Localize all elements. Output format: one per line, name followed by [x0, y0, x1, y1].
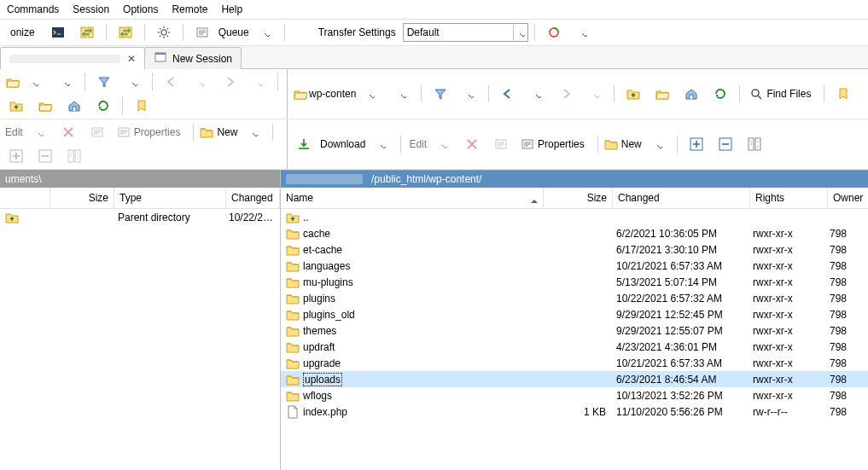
col-rights[interactable]: Rights: [750, 188, 828, 208]
properties-button[interactable]: Properties: [517, 134, 591, 154]
list-item[interactable]: uploads6/23/2021 8:46:54 AMrwxr-xr-x798: [281, 371, 868, 387]
list-item[interactable]: wflogs10/13/2021 3:52:26 PMrwxr-xr-x798: [281, 387, 868, 403]
cell-name: languages: [281, 259, 543, 273]
close-icon[interactable]: ✕: [127, 53, 136, 65]
chevron-down-icon[interactable]: [645, 134, 671, 154]
gear-icon[interactable]: [151, 22, 177, 43]
chevron-down-icon[interactable]: [53, 72, 79, 92]
chevron-down-icon: [582, 84, 608, 104]
local-path-bar[interactable]: uments\: [0, 170, 280, 188]
chevron-down-icon[interactable]: [253, 22, 278, 43]
list-item[interactable]: mu-plugins5/13/2021 5:07:14 PMrwxr-xr-x7…: [281, 274, 868, 290]
list-item[interactable]: ..: [281, 209, 868, 225]
menu-options[interactable]: Options: [121, 2, 160, 17]
list-item[interactable]: updraft4/23/2021 4:36:01 PMrwxr-xr-x798: [281, 339, 868, 355]
diff-icon[interactable]: [742, 134, 767, 154]
terminal-icon[interactable]: [45, 22, 71, 43]
cell-rights: rwxr-xr-x: [748, 309, 824, 321]
refresh-icon[interactable]: [708, 84, 733, 104]
remote-folder-combo[interactable]: wp-conten: [291, 84, 386, 104]
find-files-button[interactable]: Find Files: [746, 84, 818, 104]
list-item[interactable]: cache6/2/2021 10:36:05 PMrwxr-xr-x798: [281, 225, 868, 241]
cell-changed: 10/22/2021 6:57:32 AM: [611, 293, 748, 305]
transfer-settings-label: Transfer Settings: [315, 26, 399, 38]
newsession-icon: [154, 50, 167, 67]
filter-icon[interactable]: [428, 84, 453, 104]
bookmark-icon[interactable]: [129, 96, 154, 116]
root-dir-icon[interactable]: [32, 96, 58, 116]
cell-name: ..: [281, 211, 543, 224]
remote-path-bar[interactable]: /public_html/wp-content/: [281, 170, 868, 188]
root-dir-icon[interactable]: [650, 84, 675, 104]
queue-button[interactable]: Queue: [189, 23, 278, 42]
cell-owner: 798: [824, 357, 868, 369]
col-owner[interactable]: Owner: [828, 188, 868, 208]
list-item[interactable]: themes9/29/2021 12:55:07 PMrwxr-xr-x798: [281, 322, 868, 339]
new-button[interactable]: New: [200, 123, 266, 142]
chevron-down-icon[interactable]: [513, 25, 527, 40]
list-item[interactable]: plugins_old9/29/2021 12:52:45 PMrwxr-xr-…: [281, 306, 868, 322]
list-item[interactable]: upgrade10/21/2021 6:57:33 AMrwxr-xr-x798: [281, 355, 868, 371]
menu-commands[interactable]: Commands: [5, 2, 61, 17]
parent-dir-icon[interactable]: [620, 84, 646, 104]
chevron-down-icon: [188, 72, 213, 92]
home-icon[interactable]: [679, 84, 704, 104]
synchronize-button[interactable]: onize: [3, 22, 42, 43]
parent-dir-icon[interactable]: [3, 96, 29, 116]
new-button[interactable]: New: [604, 135, 671, 154]
list-item[interactable]: languages10/21/2021 6:57:33 AMrwxr-xr-x7…: [281, 258, 868, 274]
chevron-down-icon[interactable]: [389, 84, 415, 104]
anim-icon[interactable]: [541, 22, 567, 43]
chevron-down-icon[interactable]: [524, 84, 550, 104]
col-type[interactable]: Type: [114, 188, 226, 208]
local-folder-combo[interactable]: [3, 72, 50, 92]
back-button[interactable]: [495, 84, 521, 104]
chevron-down-icon[interactable]: [120, 72, 146, 92]
transfer-settings-combo[interactable]: [403, 23, 528, 42]
list-item[interactable]: index.php1 KB11/10/2020 5:56:26 PMrw-r--…: [281, 403, 868, 420]
delete-icon: [459, 134, 485, 154]
refresh-icon[interactable]: [90, 96, 116, 116]
col-changed[interactable]: Changed: [613, 188, 750, 208]
remote-file-list[interactable]: ..cache6/2/2021 10:36:05 PMrwxr-xr-x798e…: [281, 209, 868, 470]
folder-icon: [286, 324, 300, 338]
chevron-down-icon[interactable]: [457, 84, 482, 104]
transfer-settings-icon[interactable]: [113, 22, 138, 43]
col-name[interactable]: [0, 188, 50, 208]
chevron-down-icon[interactable]: [369, 134, 394, 154]
download-button[interactable]: Download: [291, 135, 394, 154]
cell-name: themes: [281, 324, 543, 338]
list-item[interactable]: Parent directory10/22/2021 10:28: [0, 209, 280, 225]
select-none-icon[interactable]: [713, 134, 738, 154]
cell-name: mu-plugins: [281, 276, 543, 289]
list-item[interactable]: plugins10/22/2021 6:57:32 AMrwxr-xr-x798: [281, 290, 868, 306]
chevron-down-icon[interactable]: [358, 84, 383, 104]
cell-name: uploads: [281, 373, 543, 386]
chevron-down-icon[interactable]: [241, 122, 266, 142]
cell-rights: rwxr-xr-x: [748, 325, 824, 337]
col-name[interactable]: Name: [281, 188, 544, 208]
menu-help[interactable]: Help: [219, 2, 244, 17]
chevron-down-icon[interactable]: [21, 72, 47, 92]
filter-icon[interactable]: [91, 72, 117, 92]
menu-remote[interactable]: Remote: [170, 2, 209, 17]
cell-rights: rwxr-xr-x: [748, 341, 824, 353]
col-size[interactable]: Size: [544, 188, 613, 208]
col-size[interactable]: Size: [50, 188, 114, 208]
tab-new-session[interactable]: New Session: [144, 47, 242, 69]
home-icon[interactable]: [61, 96, 87, 116]
cell-changed: 10/13/2021 3:52:26 PM: [611, 390, 748, 402]
tab-session[interactable]: ✕: [0, 47, 145, 69]
bookmark-icon[interactable]: [830, 84, 856, 104]
cell-changed: 6/2/2021 10:36:05 PM: [611, 228, 748, 240]
chevron-down-icon[interactable]: [570, 22, 596, 43]
list-item[interactable]: et-cache6/17/2021 3:30:10 PMrwxr-xr-x798: [281, 241, 868, 258]
local-file-list[interactable]: Parent directory10/22/2021 10:28: [0, 209, 280, 470]
col-changed[interactable]: Changed: [226, 188, 280, 208]
cell-owner: 798: [824, 244, 868, 256]
sync-browse-icon[interactable]: [74, 22, 100, 43]
menu-session[interactable]: Session: [71, 2, 111, 17]
transfer-settings-value[interactable]: [404, 25, 513, 40]
select-all-icon[interactable]: [684, 134, 709, 154]
cell-owner: 798: [824, 341, 868, 353]
